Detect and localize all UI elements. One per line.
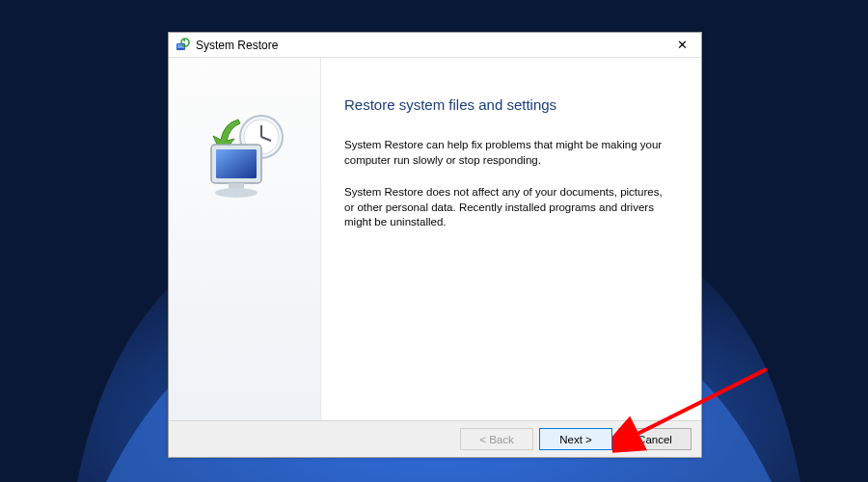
system-restore-dialog: System Restore ✕	[168, 32, 702, 458]
close-button[interactable]: ✕	[668, 37, 695, 54]
svg-rect-10	[216, 149, 257, 178]
svg-point-12	[215, 188, 258, 198]
system-restore-illustration-icon	[192, 106, 298, 420]
wizard-sidebar	[169, 58, 321, 420]
wizard-button-row: < Back Next > Cancel	[169, 420, 701, 457]
dialog-body: Restore system files and settings System…	[169, 58, 701, 420]
description-paragraph-2: System Restore does not affect any of yo…	[344, 185, 672, 230]
wizard-content: Restore system files and settings System…	[321, 58, 701, 420]
system-restore-icon	[175, 38, 190, 53]
titlebar: System Restore ✕	[169, 33, 701, 58]
window-title: System Restore	[196, 39, 668, 52]
cancel-button[interactable]: Cancel	[618, 428, 692, 450]
next-button[interactable]: Next >	[539, 428, 612, 450]
description-paragraph-1: System Restore can help fix problems tha…	[344, 138, 672, 168]
page-heading: Restore system files and settings	[344, 96, 678, 113]
back-button: < Back	[460, 428, 533, 450]
